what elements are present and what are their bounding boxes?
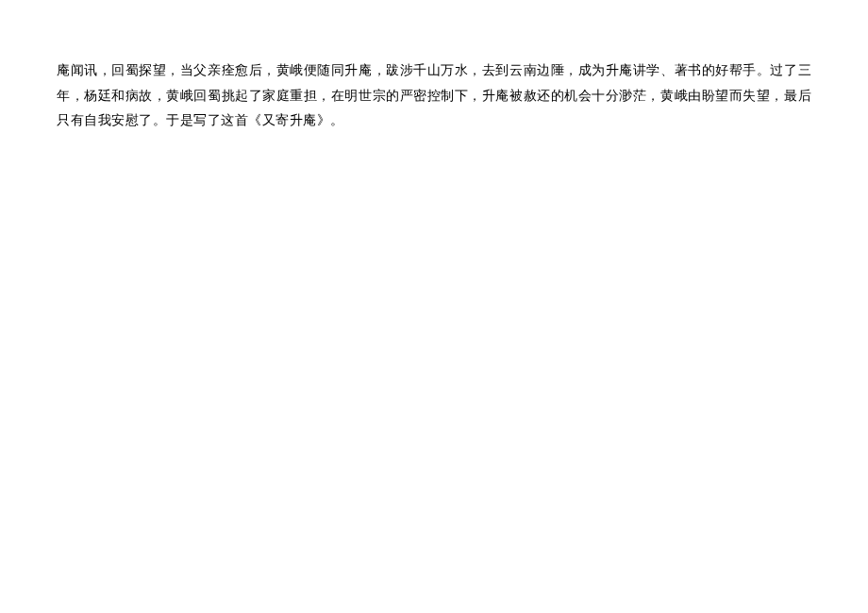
document-page: 庵闻讯，回蜀探望，当父亲痊愈后，黄峨便随同升庵，跋涉千山万水，去到云南边陲，成为… bbox=[0, 0, 868, 134]
body-paragraph: 庵闻讯，回蜀探望，当父亲痊愈后，黄峨便随同升庵，跋涉千山万水，去到云南边陲，成为… bbox=[57, 58, 811, 134]
